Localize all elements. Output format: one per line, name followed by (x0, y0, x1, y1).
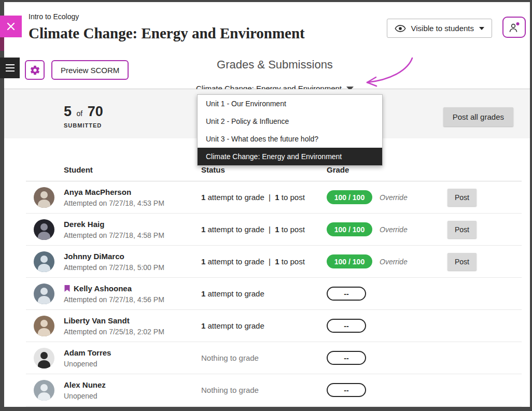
panel-title: Grades & Submissions (20, 58, 530, 72)
grades-submissions-panel: Intro to Ecology Climate Change: Energy … (4, 2, 530, 407)
student-attempt-meta: Attempted on 7/27/18, 4:58 PM (64, 231, 164, 240)
submissions-table: Student Status Grade Anya MacPherson Att… (4, 138, 530, 406)
column-header-student: Student (26, 165, 201, 174)
grade-pill[interactable]: -- (327, 287, 366, 301)
column-header-status: Status (201, 165, 324, 174)
column-header-grade: Grade (324, 165, 447, 174)
visibility-label: Visible to students (411, 24, 474, 33)
student-attempt-meta: Attempted on 7/27/18, 4:56 PM (64, 295, 164, 304)
override-label: Override (380, 258, 408, 266)
page-title: Climate Change: Energy and Environment (29, 25, 305, 42)
roster-person-icon (508, 21, 521, 34)
notification-dot (516, 22, 519, 25)
content-dropdown-menu: Unit 1 - Our EnvironmentUnit 2 - Policy … (197, 94, 383, 166)
grade-pill[interactable]: -- (327, 351, 366, 365)
dropdown-item[interactable]: Unit 2 - Policy & Influence (198, 112, 382, 130)
avatar (34, 187, 54, 208)
student-attempt-meta: Attempted on 7/27/18, 5:00 PM (64, 263, 164, 272)
submitted-counts: 5 of 70 (64, 104, 103, 121)
table-row[interactable]: Anya MacPherson Attempted on 7/27/18, 4:… (26, 181, 522, 214)
course-name: Intro to Ecology (29, 12, 305, 21)
student-attempt-meta: Unopened (64, 391, 106, 401)
status-text: 1 attempt to grade | 1 to post (201, 193, 324, 202)
dropdown-item[interactable]: Unit 1 - Our Environment (198, 95, 382, 112)
status-text: Nothing to grade (201, 353, 324, 362)
student-name: Kelly Ashoonea (64, 284, 164, 293)
table-row[interactable]: Liberty Van Sandt Attempted on 7/25/18, … (26, 310, 522, 342)
close-icon (6, 22, 16, 31)
post-button[interactable]: Post (447, 253, 477, 271)
override-label: Override (380, 193, 408, 202)
student-name: Johnny DiMarco (64, 251, 164, 261)
grade-pill[interactable]: 100 / 100 (327, 254, 372, 268)
student-attempt-meta: Unopened (64, 359, 111, 369)
toolbar: Preview SCORM Grades & Submissions Clima… (4, 52, 530, 89)
table-row[interactable]: Alex Nunez Unopened Nothing to grade -- (26, 374, 522, 406)
student-name: Liberty Van Sandt (64, 316, 164, 325)
page-header: Intro to Ecology Climate Change: Energy … (4, 2, 530, 52)
total-count: 70 (88, 104, 103, 119)
grade-pill[interactable]: 100 / 100 (327, 190, 372, 204)
eye-icon (395, 23, 406, 34)
status-text: 1 attempt to grade (201, 321, 324, 330)
grade-pill[interactable]: -- (327, 319, 366, 333)
avatar (34, 219, 54, 240)
hamburger-icon (6, 64, 15, 65)
status-text: 1 attempt to grade | 1 to post (201, 257, 324, 266)
close-button[interactable] (0, 16, 22, 37)
student-name: Derek Haig (64, 219, 164, 229)
table-row[interactable]: Johnny DiMarco Attempted on 7/27/18, 5:0… (26, 246, 522, 278)
status-text: Nothing to grade (201, 386, 324, 394)
student-name: Anya MacPherson (64, 187, 164, 197)
avatar (34, 251, 54, 272)
peek-strip (0, 37, 4, 51)
student-name: Adam Torres (64, 348, 111, 358)
post-button[interactable]: Post (447, 189, 477, 206)
avatar (34, 380, 54, 401)
dropdown-item[interactable]: Climate Change: Energy and Environment (198, 148, 382, 165)
table-row[interactable]: Adam Torres Unopened Nothing to grade -- (26, 342, 522, 374)
table-row[interactable]: Kelly Ashoonea Attempted on 7/27/18, 4:5… (26, 278, 522, 310)
student-attempt-meta: Attempted on 7/27/18, 4:53 PM (64, 199, 164, 208)
submitted-count: 5 (64, 104, 72, 119)
submitted-label: SUBMITTED (64, 122, 103, 129)
menu-button[interactable] (0, 58, 20, 78)
avatar (34, 284, 54, 304)
post-button[interactable]: Post (447, 221, 477, 238)
student-name: Alex Nunez (64, 380, 106, 390)
roster-button[interactable] (502, 17, 526, 38)
flag-icon (64, 285, 71, 292)
of-label: of (76, 109, 82, 118)
visibility-button[interactable]: Visible to students (387, 19, 492, 38)
student-attempt-meta: Attempted on 7/25/18, 2:02 PM (64, 327, 164, 336)
override-label: Override (380, 225, 408, 234)
status-text: 1 attempt to grade | 1 to post (201, 225, 324, 234)
table-header: Student Status Grade (26, 165, 522, 181)
avatar (34, 348, 54, 369)
dropdown-item[interactable]: Unit 3 - What does the future hold? (198, 130, 382, 148)
table-row[interactable]: Derek Haig Attempted on 7/27/18, 4:58 PM… (26, 214, 522, 246)
avatar (34, 316, 54, 336)
grade-pill[interactable]: -- (327, 383, 366, 397)
chevron-down-icon (479, 27, 484, 30)
grade-pill[interactable]: 100 / 100 (327, 222, 372, 236)
post-all-grades-button[interactable]: Post all grades (443, 107, 513, 126)
status-text: 1 attempt to grade (201, 289, 324, 298)
